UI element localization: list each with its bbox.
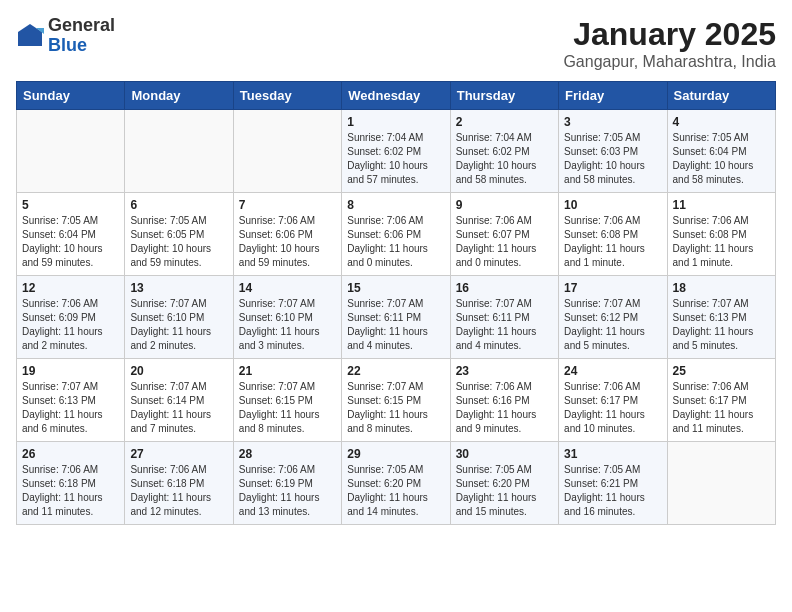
calendar-cell <box>667 442 775 525</box>
calendar-cell: 16Sunrise: 7:07 AM Sunset: 6:11 PM Dayli… <box>450 276 558 359</box>
calendar-cell: 25Sunrise: 7:06 AM Sunset: 6:17 PM Dayli… <box>667 359 775 442</box>
weekday-friday: Friday <box>559 82 667 110</box>
weekday-thursday: Thursday <box>450 82 558 110</box>
day-number: 16 <box>456 281 553 295</box>
cell-info: Sunrise: 7:05 AM Sunset: 6:21 PM Dayligh… <box>564 463 661 519</box>
calendar-cell: 9Sunrise: 7:06 AM Sunset: 6:07 PM Daylig… <box>450 193 558 276</box>
day-number: 4 <box>673 115 770 129</box>
calendar-cell: 17Sunrise: 7:07 AM Sunset: 6:12 PM Dayli… <box>559 276 667 359</box>
cell-info: Sunrise: 7:05 AM Sunset: 6:20 PM Dayligh… <box>456 463 553 519</box>
cell-info: Sunrise: 7:07 AM Sunset: 6:13 PM Dayligh… <box>673 297 770 353</box>
cell-info: Sunrise: 7:04 AM Sunset: 6:02 PM Dayligh… <box>456 131 553 187</box>
calendar-cell: 15Sunrise: 7:07 AM Sunset: 6:11 PM Dayli… <box>342 276 450 359</box>
cell-info: Sunrise: 7:06 AM Sunset: 6:06 PM Dayligh… <box>347 214 444 270</box>
weekday-wednesday: Wednesday <box>342 82 450 110</box>
cell-info: Sunrise: 7:06 AM Sunset: 6:17 PM Dayligh… <box>673 380 770 436</box>
cell-info: Sunrise: 7:06 AM Sunset: 6:17 PM Dayligh… <box>564 380 661 436</box>
day-number: 15 <box>347 281 444 295</box>
calendar-cell: 12Sunrise: 7:06 AM Sunset: 6:09 PM Dayli… <box>17 276 125 359</box>
cell-info: Sunrise: 7:07 AM Sunset: 6:11 PM Dayligh… <box>456 297 553 353</box>
cell-info: Sunrise: 7:05 AM Sunset: 6:03 PM Dayligh… <box>564 131 661 187</box>
calendar-cell: 18Sunrise: 7:07 AM Sunset: 6:13 PM Dayli… <box>667 276 775 359</box>
title-block: January 2025 Gangapur, Maharashtra, Indi… <box>563 16 776 71</box>
calendar-body: 1Sunrise: 7:04 AM Sunset: 6:02 PM Daylig… <box>17 110 776 525</box>
calendar-cell: 30Sunrise: 7:05 AM Sunset: 6:20 PM Dayli… <box>450 442 558 525</box>
cell-info: Sunrise: 7:05 AM Sunset: 6:04 PM Dayligh… <box>22 214 119 270</box>
week-row-2: 5Sunrise: 7:05 AM Sunset: 6:04 PM Daylig… <box>17 193 776 276</box>
calendar-cell <box>125 110 233 193</box>
calendar-cell: 11Sunrise: 7:06 AM Sunset: 6:08 PM Dayli… <box>667 193 775 276</box>
calendar-cell: 27Sunrise: 7:06 AM Sunset: 6:18 PM Dayli… <box>125 442 233 525</box>
day-number: 28 <box>239 447 336 461</box>
day-number: 31 <box>564 447 661 461</box>
week-row-5: 26Sunrise: 7:06 AM Sunset: 6:18 PM Dayli… <box>17 442 776 525</box>
calendar-cell: 10Sunrise: 7:06 AM Sunset: 6:08 PM Dayli… <box>559 193 667 276</box>
calendar-cell: 19Sunrise: 7:07 AM Sunset: 6:13 PM Dayli… <box>17 359 125 442</box>
logo-blue: Blue <box>48 36 115 56</box>
cell-info: Sunrise: 7:06 AM Sunset: 6:09 PM Dayligh… <box>22 297 119 353</box>
calendar-cell: 20Sunrise: 7:07 AM Sunset: 6:14 PM Dayli… <box>125 359 233 442</box>
logo-icon <box>16 22 44 50</box>
weekday-header-row: SundayMondayTuesdayWednesdayThursdayFrid… <box>17 82 776 110</box>
day-number: 6 <box>130 198 227 212</box>
calendar-cell: 26Sunrise: 7:06 AM Sunset: 6:18 PM Dayli… <box>17 442 125 525</box>
day-number: 27 <box>130 447 227 461</box>
calendar-cell: 5Sunrise: 7:05 AM Sunset: 6:04 PM Daylig… <box>17 193 125 276</box>
calendar-cell: 22Sunrise: 7:07 AM Sunset: 6:15 PM Dayli… <box>342 359 450 442</box>
week-row-3: 12Sunrise: 7:06 AM Sunset: 6:09 PM Dayli… <box>17 276 776 359</box>
weekday-saturday: Saturday <box>667 82 775 110</box>
calendar-cell: 3Sunrise: 7:05 AM Sunset: 6:03 PM Daylig… <box>559 110 667 193</box>
calendar-cell: 29Sunrise: 7:05 AM Sunset: 6:20 PM Dayli… <box>342 442 450 525</box>
day-number: 7 <box>239 198 336 212</box>
cell-info: Sunrise: 7:07 AM Sunset: 6:15 PM Dayligh… <box>347 380 444 436</box>
calendar-cell: 13Sunrise: 7:07 AM Sunset: 6:10 PM Dayli… <box>125 276 233 359</box>
calendar-subtitle: Gangapur, Maharashtra, India <box>563 53 776 71</box>
cell-info: Sunrise: 7:06 AM Sunset: 6:06 PM Dayligh… <box>239 214 336 270</box>
day-number: 29 <box>347 447 444 461</box>
cell-info: Sunrise: 7:06 AM Sunset: 6:16 PM Dayligh… <box>456 380 553 436</box>
day-number: 21 <box>239 364 336 378</box>
day-number: 3 <box>564 115 661 129</box>
day-number: 18 <box>673 281 770 295</box>
calendar-cell: 23Sunrise: 7:06 AM Sunset: 6:16 PM Dayli… <box>450 359 558 442</box>
day-number: 10 <box>564 198 661 212</box>
week-row-4: 19Sunrise: 7:07 AM Sunset: 6:13 PM Dayli… <box>17 359 776 442</box>
day-number: 23 <box>456 364 553 378</box>
calendar-cell: 1Sunrise: 7:04 AM Sunset: 6:02 PM Daylig… <box>342 110 450 193</box>
day-number: 25 <box>673 364 770 378</box>
calendar-cell: 7Sunrise: 7:06 AM Sunset: 6:06 PM Daylig… <box>233 193 341 276</box>
cell-info: Sunrise: 7:05 AM Sunset: 6:20 PM Dayligh… <box>347 463 444 519</box>
calendar-cell: 14Sunrise: 7:07 AM Sunset: 6:10 PM Dayli… <box>233 276 341 359</box>
weekday-tuesday: Tuesday <box>233 82 341 110</box>
day-number: 9 <box>456 198 553 212</box>
calendar-table: SundayMondayTuesdayWednesdayThursdayFrid… <box>16 81 776 525</box>
calendar-cell: 2Sunrise: 7:04 AM Sunset: 6:02 PM Daylig… <box>450 110 558 193</box>
cell-info: Sunrise: 7:06 AM Sunset: 6:07 PM Dayligh… <box>456 214 553 270</box>
calendar-cell: 6Sunrise: 7:05 AM Sunset: 6:05 PM Daylig… <box>125 193 233 276</box>
cell-info: Sunrise: 7:07 AM Sunset: 6:10 PM Dayligh… <box>130 297 227 353</box>
cell-info: Sunrise: 7:07 AM Sunset: 6:15 PM Dayligh… <box>239 380 336 436</box>
cell-info: Sunrise: 7:07 AM Sunset: 6:12 PM Dayligh… <box>564 297 661 353</box>
day-number: 26 <box>22 447 119 461</box>
weekday-sunday: Sunday <box>17 82 125 110</box>
calendar-cell: 28Sunrise: 7:06 AM Sunset: 6:19 PM Dayli… <box>233 442 341 525</box>
day-number: 8 <box>347 198 444 212</box>
day-number: 12 <box>22 281 119 295</box>
cell-info: Sunrise: 7:06 AM Sunset: 6:18 PM Dayligh… <box>130 463 227 519</box>
day-number: 20 <box>130 364 227 378</box>
cell-info: Sunrise: 7:06 AM Sunset: 6:08 PM Dayligh… <box>673 214 770 270</box>
cell-info: Sunrise: 7:07 AM Sunset: 6:11 PM Dayligh… <box>347 297 444 353</box>
day-number: 24 <box>564 364 661 378</box>
day-number: 13 <box>130 281 227 295</box>
calendar-cell: 21Sunrise: 7:07 AM Sunset: 6:15 PM Dayli… <box>233 359 341 442</box>
day-number: 14 <box>239 281 336 295</box>
day-number: 30 <box>456 447 553 461</box>
cell-info: Sunrise: 7:07 AM Sunset: 6:14 PM Dayligh… <box>130 380 227 436</box>
cell-info: Sunrise: 7:05 AM Sunset: 6:04 PM Dayligh… <box>673 131 770 187</box>
cell-info: Sunrise: 7:04 AM Sunset: 6:02 PM Dayligh… <box>347 131 444 187</box>
cell-info: Sunrise: 7:07 AM Sunset: 6:13 PM Dayligh… <box>22 380 119 436</box>
cell-info: Sunrise: 7:06 AM Sunset: 6:18 PM Dayligh… <box>22 463 119 519</box>
day-number: 1 <box>347 115 444 129</box>
calendar-title: January 2025 <box>563 16 776 53</box>
page-header: General Blue January 2025 Gangapur, Maha… <box>16 16 776 71</box>
